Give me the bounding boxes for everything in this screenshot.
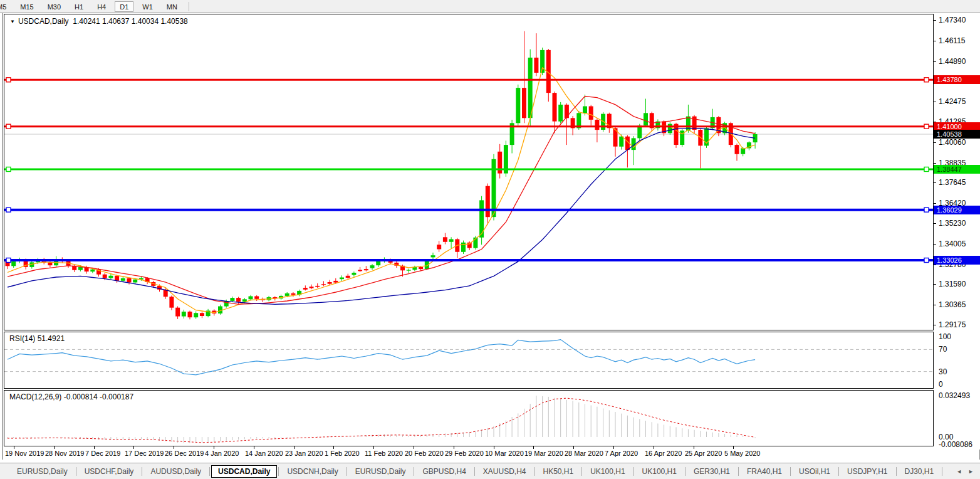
date-tick-mark [254, 446, 254, 449]
tab-dj30-h1[interactable]: DJ30,H1 [898, 465, 941, 478]
candlestick-chart-canvas[interactable] [4, 14, 933, 330]
tab-scroll-buttons: ◄► [956, 468, 974, 475]
timeframe-button-mn[interactable]: MN [162, 1, 182, 12]
tab-separator [76, 467, 76, 476]
timeframe-button-m5[interactable]: M5 [0, 1, 11, 12]
tab-eurusd-daily[interactable]: EURUSD,Daily [10, 465, 75, 478]
date-label: 17 Dec 2019 [125, 450, 164, 457]
tab-uk100-h1[interactable]: UK100,H1 [583, 465, 632, 478]
price-tick-label: 1.35230 [939, 219, 966, 227]
date-label: 19 Mar 2020 [524, 450, 563, 457]
tab-audusd-daily[interactable]: AUDUSD,Daily [143, 465, 208, 478]
tab-fra40-h1[interactable]: FRA40,H1 [740, 465, 789, 478]
timeframe-button-m15[interactable]: M15 [15, 1, 38, 12]
tab-hk50-h1[interactable]: HK50,H1 [536, 465, 581, 478]
tab-scroll-left-icon[interactable]: ◄ [956, 468, 962, 475]
time-axis[interactable]: 19 Nov 201928 Nov 20197 Dec 201917 Dec 2… [4, 446, 934, 463]
date-tick-mark [613, 446, 614, 449]
date-tick-mark [214, 446, 214, 449]
date-tick-mark [14, 446, 14, 449]
tab-separator [278, 467, 279, 476]
current-price-badge: 1.40538 [934, 130, 980, 139]
main-chart-pane[interactable]: ▼USDCAD,Daily 1.40241 1.40637 1.40034 1.… [4, 14, 934, 330]
tab-eurusd-daily[interactable]: EURUSD,Daily [348, 465, 413, 478]
price-tick-mark [934, 142, 936, 143]
ma-fast-line [8, 68, 755, 313]
price-tick-mark [934, 284, 936, 285]
ma-medium-line [8, 97, 755, 305]
tab-separator [474, 467, 475, 476]
tab-gbpusd-h4[interactable]: GBPUSD,H4 [415, 465, 472, 478]
date-label: 29 Feb 2020 [445, 450, 484, 457]
date-label: 16 Apr 2020 [645, 450, 682, 457]
window-left-edge [2, 13, 3, 460]
date-label: 28 Mar 2020 [565, 450, 603, 457]
hline-price-badge: 1.43780 [934, 75, 980, 84]
date-label: 7 Dec 2019 [85, 450, 120, 457]
horizontal-line-1.33026[interactable] [4, 258, 933, 263]
rsi-canvas[interactable] [4, 332, 933, 388]
horizontal-line-1.38447[interactable] [4, 167, 933, 171]
date-label: 25 Apr 2020 [685, 450, 722, 457]
date-tick-mark [294, 446, 295, 449]
chart-window: ▼USDCAD,Daily 1.40241 1.40637 1.40034 1.… [0, 13, 980, 463]
date-label: 19 Nov 2019 [5, 450, 44, 457]
macd-scale-label: 0.032493 [939, 392, 970, 399]
macd-canvas[interactable] [4, 391, 933, 446]
tab-usdcnh-daily[interactable]: USDCNH,Daily [280, 465, 345, 478]
tab-usdchf-daily[interactable]: USDCHF,Daily [78, 465, 141, 478]
date-tick-mark [454, 446, 454, 449]
tab-separator [790, 467, 791, 476]
tab-xauusd-h4[interactable]: XAUUSD,H4 [476, 465, 533, 478]
tab-scroll-right-icon[interactable]: ► [968, 468, 974, 475]
macd-scale-label: -0.008086 [939, 441, 972, 448]
tab-usoil-h1[interactable]: USOil,H1 [792, 465, 837, 478]
date-tick-mark [174, 446, 174, 449]
symbol-dropdown-icon: ▼ [10, 19, 15, 24]
date-tick-mark [94, 446, 95, 449]
tab-separator [414, 467, 414, 476]
macd-pane[interactable]: MACD(12,26,9) -0.000814 -0.000187 [4, 390, 934, 446]
horizontal-line-1.36029[interactable] [4, 208, 933, 212]
horizontal-line-1.41000[interactable] [4, 124, 933, 129]
horizontal-line-1.43780[interactable] [4, 78, 933, 82]
chart-ohlc-title: ▼USDCAD,Daily 1.40241 1.40637 1.40034 1.… [10, 17, 188, 26]
timeframe-button-m30[interactable]: M30 [43, 1, 66, 12]
rsi-pane[interactable]: RSI(14) 51.4921 [4, 332, 934, 389]
date-tick-mark [133, 446, 134, 449]
timeframe-button-w1[interactable]: W1 [137, 1, 158, 12]
rsi-scale-label: 100 [939, 333, 951, 340]
date-tick-mark [494, 446, 494, 449]
price-axis[interactable]: 1.473401.461151.448901.436651.424751.412… [934, 13, 980, 450]
date-tick-mark [54, 446, 55, 449]
timeframe-button-d1[interactable]: D1 [115, 1, 133, 12]
tab-usdcad-daily[interactable]: USDCAD,Daily [211, 465, 277, 478]
date-label: 23 Jan 2020 [285, 450, 323, 457]
date-tick-mark [533, 446, 534, 449]
timeframe-toolbar: M5M15M30H1H4D1W1MN [0, 0, 980, 13]
timeframe-button-h4[interactable]: H4 [92, 1, 111, 12]
tab-separator [347, 467, 347, 476]
price-tick-label: 1.34005 [939, 240, 966, 248]
price-tick-label: 1.31590 [939, 280, 966, 288]
date-label: 28 Nov 2019 [45, 450, 84, 457]
price-tick-mark [934, 182, 936, 183]
price-tick-mark [934, 41, 936, 41]
tab-uk100-h1[interactable]: UK100,H1 [635, 465, 684, 478]
tab-separator [142, 467, 142, 476]
tab-separator [942, 467, 942, 476]
date-tick-mark [654, 446, 654, 449]
tab-separator [534, 467, 535, 476]
tab-usdjpy-h1[interactable]: USDJPY,H1 [840, 465, 894, 478]
chart-symbol: USDCAD,Daily [18, 17, 69, 26]
date-label: 26 Dec 2019 [165, 450, 204, 457]
date-label: 11 Feb 2020 [365, 450, 403, 457]
tab-ger30-h1[interactable]: GER30,H1 [687, 465, 737, 478]
rsi-scale-label: 30 [939, 368, 947, 376]
tab-separator [633, 467, 634, 476]
date-label: 20 Feb 2020 [405, 450, 444, 457]
date-label: 14 Jan 2020 [245, 450, 283, 457]
timeframe-button-h1[interactable]: H1 [70, 1, 88, 12]
macd-label: MACD(12,26,9) -0.000814 -0.000187 [9, 392, 133, 401]
price-tick-label: 1.42475 [939, 98, 966, 105]
